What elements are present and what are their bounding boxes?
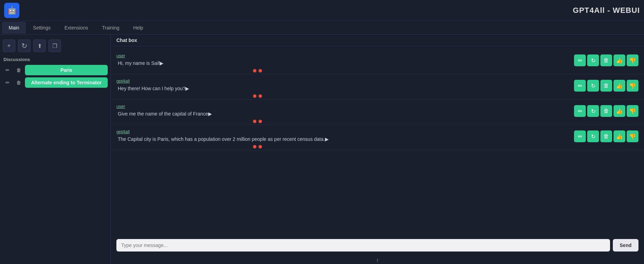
message-text-1: Hi, my name is Saif▶ xyxy=(116,60,638,67)
message-actions-3: ✏ ↻ 🗑 👍 👎 xyxy=(574,105,638,117)
thumbup-message-2-button[interactable]: 👍 xyxy=(614,80,625,92)
message-sender-1: user xyxy=(116,53,638,58)
refresh-message-1-button[interactable]: ↻ xyxy=(587,54,599,66)
message-block-4: gpt4all The Capital city is Paris, which… xyxy=(111,125,644,150)
refresh-message-2-button[interactable]: ↻ xyxy=(587,80,599,92)
thumbdown-message-4-button[interactable]: 👎 xyxy=(627,130,638,142)
discussion-item-1: ✏ 🗑 Paris xyxy=(3,65,108,75)
message-actions-1: ✏ ↻ 🗑 👍 👎 xyxy=(574,54,638,66)
message-actions-4: ✏ ↻ 🗑 👍 👎 xyxy=(574,130,638,142)
discussion-1-label[interactable]: Paris xyxy=(25,65,108,75)
delete-discussion-1-button[interactable]: 🗑 xyxy=(14,65,24,75)
message-block-2: gpt4all Hey there! How can I help you?▶ … xyxy=(111,74,644,100)
cursor-icon: ↑ xyxy=(376,257,379,264)
delete-message-3-button[interactable]: 🗑 xyxy=(600,105,612,117)
red-dot-1b xyxy=(258,69,262,73)
message-text-4: The Capital city is Paris, which has a p… xyxy=(116,136,638,143)
message-text-3: Give me the name of the capital of Franc… xyxy=(116,110,638,118)
refresh-icon: ↻ xyxy=(21,42,27,50)
delete-message-2-button[interactable]: 🗑 xyxy=(600,80,612,92)
app-title: GPT4All - WEBUI xyxy=(573,6,640,15)
edit-discussion-2-button[interactable]: ✏ xyxy=(3,78,12,87)
tab-main[interactable]: Main xyxy=(2,22,26,34)
thumbdown-message-1-button[interactable]: 👎 xyxy=(627,54,638,66)
main-layout: + ↻ ⬆ ❐ Discussions ✏ 🗑 Paris xyxy=(0,35,644,264)
sidebar-toolbar: + ↻ ⬆ ❐ xyxy=(3,37,108,56)
edit-discussion-1-button[interactable]: ✏ xyxy=(3,65,12,75)
message-block-1: user Hi, my name is Saif▶ ✏ ↻ 🗑 👍 👎 xyxy=(111,49,644,74)
red-dot-2a xyxy=(253,94,256,98)
message-sender-4: gpt4all xyxy=(116,129,638,134)
discussions-label: Discussions xyxy=(3,56,108,65)
trash-icon: 🗑 xyxy=(16,67,21,73)
top-bar: 🤖 GPT4All - WEBUI xyxy=(0,0,644,21)
add-icon: + xyxy=(7,42,11,50)
tab-settings[interactable]: Settings xyxy=(26,22,57,34)
delete-message-1-button[interactable]: 🗑 xyxy=(600,54,612,66)
refresh-message-3-button[interactable]: ↻ xyxy=(587,105,599,117)
message-sender-2: gpt4all xyxy=(116,78,638,84)
delete-discussion-2-button[interactable]: 🗑 xyxy=(14,78,24,87)
refresh-message-4-button[interactable]: ↻ xyxy=(587,130,599,142)
bottom-cursor-bar: ↑ xyxy=(111,257,644,264)
thumbdown-message-3-button[interactable]: 👎 xyxy=(627,105,638,117)
send-button[interactable]: Send xyxy=(613,239,638,252)
discussion-2-label[interactable]: Alternate ending to Terminator xyxy=(25,77,108,88)
red-dot-3b xyxy=(258,120,262,123)
red-dot-2b xyxy=(258,94,262,98)
red-dot-4a xyxy=(253,145,256,148)
edit-message-3-button[interactable]: ✏ xyxy=(574,105,586,117)
chat-messages: user Hi, my name is Saif▶ ✏ ↻ 🗑 👍 👎 gpt4… xyxy=(111,46,644,236)
chat-area: Chat box user Hi, my name is Saif▶ ✏ ↻ 🗑… xyxy=(111,35,644,264)
thumbdown-message-2-button[interactable]: 👎 xyxy=(627,80,638,92)
red-dot-1a xyxy=(253,69,256,73)
message-sender-3: user xyxy=(116,104,638,109)
chat-input[interactable] xyxy=(116,239,610,252)
message-text-2: Hey there! How can I help you?▶ xyxy=(116,85,638,92)
chat-input-bar: Send xyxy=(111,236,644,257)
red-dot-3a xyxy=(253,120,256,123)
refresh-button[interactable]: ↻ xyxy=(18,40,30,52)
copy-icon: ❐ xyxy=(52,43,57,49)
tab-help[interactable]: Help xyxy=(127,22,150,34)
edit-message-2-button[interactable]: ✏ xyxy=(574,80,586,92)
discussion-item-2: ✏ 🗑 Alternate ending to Terminator xyxy=(3,77,108,88)
delete-message-4-button[interactable]: 🗑 xyxy=(600,130,612,142)
app-logo: 🤖 xyxy=(4,3,19,18)
message-actions-2: ✏ ↻ 🗑 👍 👎 xyxy=(574,80,638,92)
edit-icon: ✏ xyxy=(6,67,10,73)
chat-header: Chat box xyxy=(111,35,644,46)
app-logo-icon: 🤖 xyxy=(7,6,17,15)
sidebar: + ↻ ⬆ ❐ Discussions ✏ 🗑 Paris xyxy=(0,35,111,264)
copy-button[interactable]: ❐ xyxy=(48,40,61,52)
edit-icon: ✏ xyxy=(6,80,10,85)
thumbup-message-4-button[interactable]: 👍 xyxy=(614,130,625,142)
thumbup-message-3-button[interactable]: 👍 xyxy=(614,105,625,117)
red-dot-4b xyxy=(258,145,262,148)
add-discussion-button[interactable]: + xyxy=(3,40,15,52)
upload-button[interactable]: ⬆ xyxy=(33,40,46,52)
message-block-3: user Give me the name of the capital of … xyxy=(111,100,644,125)
upload-icon: ⬆ xyxy=(37,43,42,49)
edit-message-1-button[interactable]: ✏ xyxy=(574,54,586,66)
edit-message-4-button[interactable]: ✏ xyxy=(574,130,586,142)
tab-extensions[interactable]: Extensions xyxy=(58,22,95,34)
trash-icon: 🗑 xyxy=(16,80,21,85)
nav-tabs: Main Settings Extensions Training Help xyxy=(0,21,644,35)
thumbup-message-1-button[interactable]: 👍 xyxy=(614,54,625,66)
tab-training[interactable]: Training xyxy=(95,22,126,34)
